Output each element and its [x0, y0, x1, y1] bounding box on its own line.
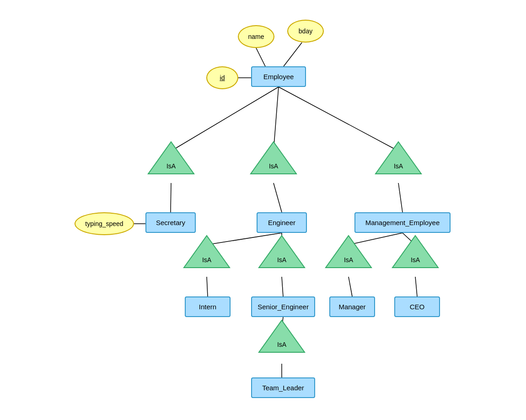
svg-line-7 [274, 183, 282, 212]
svg-line-6 [171, 183, 171, 212]
svg-text:IsA: IsA [277, 341, 287, 348]
svg-line-0 [256, 48, 265, 66]
svg-text:IsA: IsA [394, 162, 403, 170]
isa-triangle-3: IsA [376, 142, 421, 183]
isa-triangle-7: IsA [392, 236, 438, 277]
isa-triangle-4: IsA [184, 236, 230, 277]
attr-name: name [238, 25, 274, 48]
svg-text:IsA: IsA [411, 256, 420, 264]
attr-typing-speed: typing_speed [75, 212, 134, 235]
entity-manager: Manager [329, 296, 375, 317]
svg-line-5 [279, 87, 398, 151]
entity-engineer: Engineer [257, 212, 307, 233]
entity-employee: Employee [251, 66, 306, 87]
svg-text:IsA: IsA [344, 256, 354, 264]
svg-line-15 [282, 277, 283, 296]
svg-line-3 [171, 87, 279, 151]
entity-team-leader: Team_Leader [251, 377, 315, 398]
svg-line-1 [284, 43, 302, 66]
svg-line-14 [207, 277, 208, 296]
attr-bday: bday [287, 20, 324, 43]
svg-text:IsA: IsA [202, 256, 212, 264]
entity-intern: Intern [185, 296, 231, 317]
svg-line-8 [398, 183, 403, 212]
isa-triangle-8: IsA [259, 320, 305, 361]
svg-line-16 [349, 277, 352, 296]
isa-triangle-6: IsA [326, 236, 371, 277]
svg-line-17 [415, 277, 417, 296]
svg-line-4 [274, 87, 279, 151]
isa-triangle-2: IsA [251, 142, 296, 183]
attr-id: id [206, 66, 238, 89]
entity-management-employee: Management_Employee [354, 212, 451, 233]
isa-triangle-5: IsA [259, 236, 305, 277]
svg-text:IsA: IsA [277, 256, 287, 264]
entity-secretary: Secretary [145, 212, 196, 233]
entity-senior-engineer: Senior_Engineer [251, 296, 315, 317]
diagram-container: name bday id typing_speed Employee Secre… [0, 0, 526, 420]
svg-text:IsA: IsA [269, 162, 279, 170]
isa-triangle-1: IsA [148, 142, 194, 183]
svg-text:IsA: IsA [166, 162, 176, 170]
entity-ceo: CEO [394, 296, 440, 317]
